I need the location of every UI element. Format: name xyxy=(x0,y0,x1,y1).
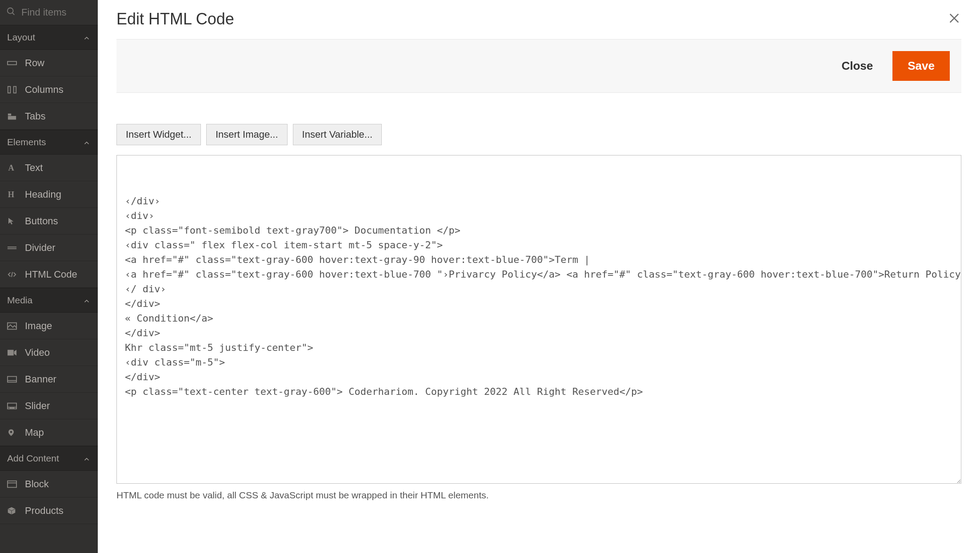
action-bar: Close Save xyxy=(116,39,961,93)
section-add-content[interactable]: Add Content xyxy=(0,446,98,471)
sidebar-item-divider[interactable]: Divider xyxy=(0,235,98,261)
sidebar-item-label: Block xyxy=(25,478,49,490)
svg-rect-5 xyxy=(8,113,11,115)
close-button[interactable]: Close xyxy=(832,51,883,81)
row-icon xyxy=(7,60,20,66)
close-icon[interactable] xyxy=(947,11,961,27)
insert-variable-button[interactable]: Insert Variable... xyxy=(293,124,382,145)
svg-marker-14 xyxy=(14,350,17,355)
banner-icon xyxy=(7,376,20,383)
sidebar-item-block[interactable]: Block xyxy=(0,471,98,497)
cursor-icon xyxy=(7,217,20,226)
page-title: Edit HTML Code xyxy=(116,10,234,28)
sidebar-item-label: Map xyxy=(25,427,44,438)
box-icon xyxy=(7,506,20,515)
html-code-editor[interactable] xyxy=(116,155,961,484)
svg-rect-3 xyxy=(8,86,11,93)
sidebar-item-label: Buttons xyxy=(25,215,58,227)
editor-hint: HTML code must be valid, all CSS & JavaS… xyxy=(116,490,961,501)
sidebar-item-label: Columns xyxy=(25,84,64,95)
section-label: Add Content xyxy=(7,453,59,464)
sidebar-item-heading[interactable]: H Heading xyxy=(0,181,98,208)
chevron-down-icon xyxy=(83,295,91,306)
section-media[interactable]: Media xyxy=(0,288,98,313)
sidebar-item-label: Video xyxy=(25,347,50,358)
insert-widget-button[interactable]: Insert Widget... xyxy=(116,124,201,145)
sidebar-item-text[interactable]: A Text xyxy=(0,155,98,181)
sidebar-item-video[interactable]: Video xyxy=(0,339,98,366)
search-input[interactable] xyxy=(21,7,92,18)
heading-icon: H xyxy=(7,190,20,199)
map-pin-icon xyxy=(7,428,20,438)
sidebar-item-map[interactable]: Map xyxy=(0,419,98,446)
sidebar-item-label: HTML Code xyxy=(25,269,77,280)
chevron-down-icon xyxy=(83,137,91,147)
section-label: Elements xyxy=(7,137,46,147)
sidebar-item-label: Banner xyxy=(25,374,56,385)
sidebar-item-tabs[interactable]: Tabs xyxy=(0,103,98,130)
svg-rect-4 xyxy=(14,86,16,93)
section-layout[interactable]: Layout xyxy=(0,25,98,50)
search-icon xyxy=(6,7,16,18)
sidebar-item-columns[interactable]: Columns xyxy=(0,76,98,103)
save-button[interactable]: Save xyxy=(892,51,950,81)
svg-rect-15 xyxy=(8,376,16,382)
columns-icon xyxy=(7,85,20,94)
chevron-down-icon xyxy=(83,32,91,43)
svg-point-21 xyxy=(13,407,14,408)
slider-icon xyxy=(7,402,20,410)
sidebar-item-label: Slider xyxy=(25,400,50,412)
sidebar-item-slider[interactable]: Slider xyxy=(0,393,98,419)
block-icon xyxy=(7,480,20,488)
divider-icon xyxy=(7,245,20,251)
svg-point-0 xyxy=(8,8,13,14)
sidebar-item-html-code[interactable]: HTML Code xyxy=(0,261,98,288)
section-elements[interactable]: Elements xyxy=(0,130,98,155)
chevron-down-icon xyxy=(83,453,91,464)
sidebar-item-label: Tabs xyxy=(25,111,45,122)
sidebar-item-label: Divider xyxy=(25,242,55,254)
code-icon xyxy=(7,271,20,278)
svg-text:A: A xyxy=(8,163,15,172)
section-label: Layout xyxy=(7,32,35,43)
sidebar-item-banner[interactable]: Banner xyxy=(0,366,98,393)
insert-toolbar: Insert Widget... Insert Image... Insert … xyxy=(116,124,961,145)
svg-text:H: H xyxy=(8,190,14,199)
tabs-icon xyxy=(7,112,20,120)
svg-point-20 xyxy=(12,407,12,408)
text-icon: A xyxy=(7,163,20,172)
insert-image-button[interactable]: Insert Image... xyxy=(206,124,288,145)
sidebar-item-label: Products xyxy=(25,505,64,517)
svg-point-22 xyxy=(10,431,12,433)
svg-rect-2 xyxy=(8,61,16,64)
sidebar-item-image[interactable]: Image xyxy=(0,313,98,339)
svg-rect-13 xyxy=(8,350,14,355)
svg-line-1 xyxy=(12,13,15,15)
sidebar-item-label: Image xyxy=(25,320,52,332)
sidebar-item-buttons[interactable]: Buttons xyxy=(0,208,98,235)
svg-rect-23 xyxy=(8,481,16,487)
image-icon xyxy=(7,322,20,330)
video-icon xyxy=(7,349,20,356)
sidebar-item-label: Heading xyxy=(25,189,61,200)
sidebar-item-label: Text xyxy=(25,162,43,174)
main-panel: Edit HTML Code Close Save Insert Widget.… xyxy=(98,0,980,553)
sidebar-item-row[interactable]: Row xyxy=(0,50,98,76)
sidebar-search[interactable] xyxy=(0,0,98,25)
sidebar-item-products[interactable]: Products xyxy=(0,497,98,524)
svg-point-19 xyxy=(10,407,11,408)
sidebar: Layout Row Columns Tabs Elements A Text … xyxy=(0,0,98,553)
svg-rect-6 xyxy=(8,116,16,119)
section-label: Media xyxy=(7,295,32,306)
svg-line-11 xyxy=(12,272,12,277)
sidebar-item-label: Row xyxy=(25,57,44,69)
